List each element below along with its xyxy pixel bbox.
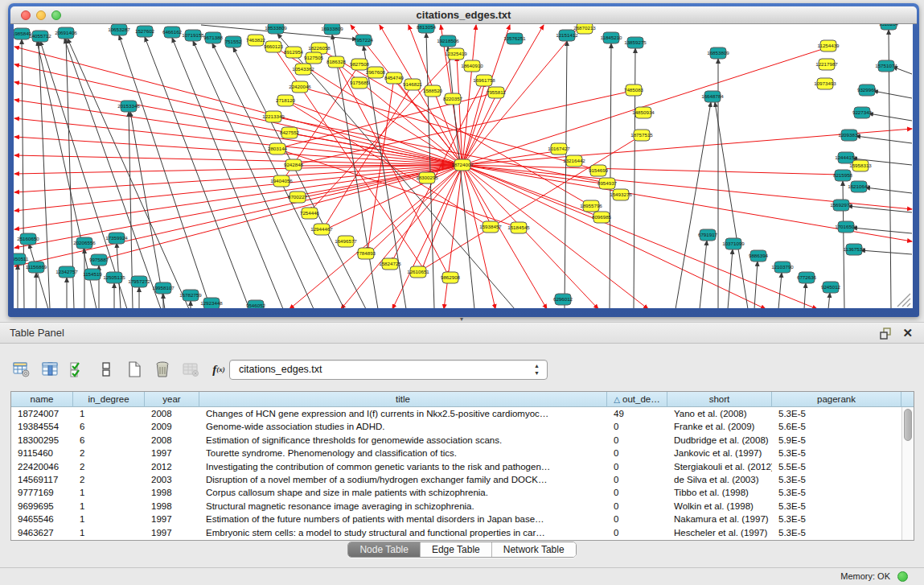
table-cell: 1998 xyxy=(145,500,199,513)
column-header-in_degree[interactable]: in_degree xyxy=(73,392,145,407)
show-columns-icon[interactable] xyxy=(41,360,59,378)
import-table-icon[interactable] xyxy=(182,360,199,378)
svg-text:18640910: 18640910 xyxy=(461,63,483,68)
table-row[interactable]: 977716911998Corpus callosum shape and si… xyxy=(11,486,901,499)
svg-text:7784893: 7784893 xyxy=(356,250,376,256)
svg-text:15493276: 15493276 xyxy=(610,192,632,197)
svg-text:8427552: 8427552 xyxy=(280,130,300,135)
table-cell: Corpus callosum shape and size in male p… xyxy=(199,486,607,499)
svg-text:751552: 751552 xyxy=(225,39,242,44)
table-cell: Embryonic stem cells: a model to study s… xyxy=(199,526,607,539)
svg-text:20691406: 20691406 xyxy=(55,30,77,35)
table-cell: 0 xyxy=(607,473,667,486)
network-canvas[interactable]: 1872400718300295198584914055712206914061… xyxy=(14,24,913,308)
window-titlebar[interactable]: citations_edges.txt xyxy=(10,6,917,24)
svg-text:8954937: 8954937 xyxy=(598,180,618,186)
svg-text:7955812: 7955812 xyxy=(487,89,507,95)
svg-text:8454749: 8454749 xyxy=(384,75,405,80)
table-row[interactable]: 946554611997Estimation of the future num… xyxy=(11,513,901,525)
scrollbar-thumb[interactable] xyxy=(904,409,912,441)
table-cell: 0 xyxy=(607,526,667,539)
tab-node-table[interactable]: Node Table xyxy=(348,542,421,557)
svg-text:11367533: 11367533 xyxy=(843,246,865,252)
table-panel-header: Table Panel ✕ xyxy=(0,322,924,344)
tab-edge-table[interactable]: Edge Table xyxy=(421,542,492,557)
select-mode-icon[interactable] xyxy=(69,360,87,378)
column-header-pagerank[interactable]: pagerank xyxy=(772,392,901,407)
table-cell: 22420046 xyxy=(11,460,73,473)
table-cell: 2008 xyxy=(145,434,199,447)
network-view-window: citations_edges.txt 18724007183002951985… xyxy=(8,3,919,317)
memory-status-indicator xyxy=(897,571,908,582)
table-cell: de Silva et al. (2003) xyxy=(667,473,772,486)
delete-table-icon[interactable] xyxy=(154,360,171,378)
table-cell: 1997 xyxy=(145,526,199,539)
svg-text:9227343: 9227343 xyxy=(852,109,873,115)
table-scrollbar[interactable] xyxy=(901,407,914,540)
table-panel-title: Table Panel xyxy=(10,323,64,344)
function-builder-icon[interactable]: f(x) xyxy=(210,360,228,378)
table-tabs: Node TableEdge TableNetwork Table xyxy=(0,542,924,558)
table-cell: 5.3E-5 xyxy=(772,500,901,513)
float-window-icon[interactable] xyxy=(880,328,892,340)
svg-text:9329966: 9329966 xyxy=(857,87,877,93)
table-cell: 18724007 xyxy=(11,407,73,420)
table-cell: Genome-wide association studies in ADHD. xyxy=(199,420,607,433)
svg-text:16496577: 16496577 xyxy=(335,238,357,244)
svg-text:12944467: 12944467 xyxy=(310,226,333,232)
column-header-title[interactable]: title xyxy=(199,392,607,407)
table-cell: 0 xyxy=(607,486,667,499)
svg-text:16853809: 16853809 xyxy=(707,50,729,56)
table-cell: 2009 xyxy=(145,420,199,433)
svg-text:12342757: 12342757 xyxy=(55,269,78,274)
column-header-name[interactable]: name xyxy=(11,392,73,407)
table-cell: Estimation of the future numbers of pati… xyxy=(199,513,607,525)
svg-text:17359924: 17359924 xyxy=(105,235,128,241)
column-header-year[interactable]: year xyxy=(145,392,199,407)
table-tab-group: Node TableEdge TableNetwork Table xyxy=(347,542,576,558)
svg-text:12505135: 12505135 xyxy=(103,274,125,280)
table-row[interactable]: 1456911722003Disruption of a novel membe… xyxy=(11,473,901,486)
table-row[interactable]: 911546021997Tourette syndrome. Phenomeno… xyxy=(11,447,901,459)
svg-text:16648784: 16648784 xyxy=(701,93,724,99)
svg-text:6466162: 6466162 xyxy=(162,29,183,35)
svg-text:22420046: 22420046 xyxy=(289,84,311,89)
close-icon[interactable]: ✕ xyxy=(902,326,913,340)
svg-text:6791917: 6791917 xyxy=(698,232,718,237)
table-row[interactable]: 946362711997Embryonic stem cells: a mode… xyxy=(11,526,901,539)
table-row[interactable]: 1938455462009Genome-wide association stu… xyxy=(11,420,901,433)
table-row[interactable]: 1830029562008Estimation of significance … xyxy=(11,434,901,447)
table-cell: Wolkin et al. (1998) xyxy=(667,500,772,513)
table-row[interactable]: 2242004622012Investigating the contribut… xyxy=(11,460,901,473)
table-cell: Disruption of a novel member of a sodium… xyxy=(199,473,607,486)
table-row[interactable]: 1872400712008Changes of HCN gene express… xyxy=(11,407,901,420)
column-header-out_de[interactable]: △out_de… xyxy=(607,392,667,407)
svg-text:6772636: 6772636 xyxy=(797,274,817,280)
table-selector-dropdown[interactable]: citations_edges.txt ▲▼ xyxy=(229,360,548,380)
svg-text:13859275: 13859275 xyxy=(624,39,647,45)
table-cell: 5.5E-5 xyxy=(772,460,901,473)
table-cell: 9777169 xyxy=(11,486,73,499)
table-cell: Tourette syndrome. Phenomenology and cla… xyxy=(199,447,607,459)
svg-text:7254446: 7254446 xyxy=(300,210,320,216)
svg-text:16961758: 16961758 xyxy=(473,77,495,83)
svg-text:7463822: 7463822 xyxy=(246,37,266,43)
table-cell: 5.3E-5 xyxy=(772,447,901,459)
svg-text:19218506: 19218506 xyxy=(437,38,459,43)
svg-text:8813054: 8813054 xyxy=(417,24,437,30)
svg-text:13950511: 13950511 xyxy=(14,256,29,262)
row-height-icon[interactable] xyxy=(97,360,115,378)
table-settings-icon[interactable] xyxy=(13,360,31,378)
table-cell: 5.3E-5 xyxy=(772,526,901,539)
svg-text:9146821: 9146821 xyxy=(403,81,423,87)
svg-text:10653287: 10653287 xyxy=(108,27,130,32)
svg-text:20206556: 20206556 xyxy=(73,240,96,245)
table-panel: Table Panel ✕ xyxy=(0,322,924,568)
tab-network-table[interactable]: Network Table xyxy=(492,542,576,557)
svg-text:19958107: 19958107 xyxy=(152,285,175,290)
table-row[interactable]: 969969511998Structural magnetic resonanc… xyxy=(11,500,901,513)
new-table-icon[interactable] xyxy=(125,360,143,378)
column-header-short[interactable]: short xyxy=(667,392,772,407)
svg-text:7957224: 7957224 xyxy=(354,37,374,43)
table-cell: 2 xyxy=(73,473,145,486)
